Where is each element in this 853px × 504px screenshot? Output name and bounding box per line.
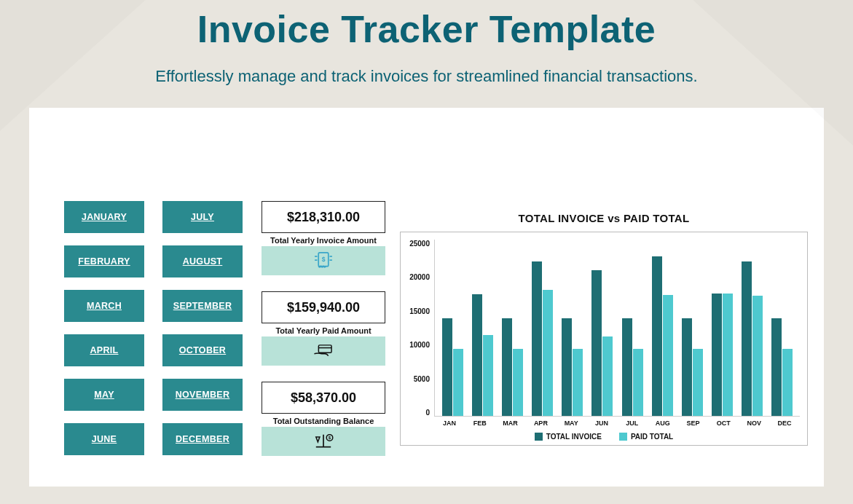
- stat-yearly-invoice-value: $218,310.00: [262, 201, 385, 233]
- receipt-icon: $: [311, 250, 336, 272]
- stat-yearly-paid-label: Total Yearly Paid Amount: [262, 326, 385, 335]
- month-link-may[interactable]: MAY: [64, 379, 144, 411]
- y-tick: 20000: [408, 273, 430, 281]
- bar-paid: [513, 349, 523, 416]
- month-col-2: JULY AUGUST SEPTEMBER OCTOBER NOVEMBER D…: [162, 201, 243, 455]
- x-tick: JUN: [589, 420, 614, 427]
- legend-label-total: TOTAL INVOICE: [546, 433, 602, 441]
- bar-total: [472, 294, 482, 416]
- stat-outstanding-icon-band: $: [262, 427, 385, 456]
- month-link-july[interactable]: JULY: [162, 201, 243, 233]
- month-col-1: JANUARY FEBRUARY MARCH APRIL MAY JUNE: [64, 201, 144, 455]
- x-tick: JAN: [437, 420, 462, 427]
- x-tick: DEC: [772, 420, 797, 427]
- stat-yearly-invoice-icon-band: $: [262, 246, 385, 275]
- month-button-grid: JANUARY FEBRUARY MARCH APRIL MAY JUNE JU…: [64, 143, 243, 455]
- summary-stats: $218,310.00 Total Yearly Invoice Amount …: [262, 143, 385, 456]
- bar-group: [620, 318, 645, 416]
- chart-bars-area: [434, 240, 800, 417]
- bar-group: [769, 318, 794, 416]
- stat-outstanding-label: Total Outstanding Balance: [262, 417, 385, 425]
- bar-paid: [573, 349, 583, 416]
- bar-group: [590, 270, 615, 416]
- bar-group: [500, 318, 525, 416]
- legend-swatch-total: [535, 433, 543, 441]
- month-link-february[interactable]: FEBRUARY: [64, 245, 144, 277]
- x-tick: OCT: [711, 420, 736, 427]
- stat-outstanding-value: $58,370.00: [262, 382, 385, 414]
- month-link-october[interactable]: OCTOBER: [162, 334, 243, 366]
- page-title: Invoice Tracker Template: [29, 7, 824, 51]
- month-link-august[interactable]: AUGUST: [162, 245, 243, 277]
- bar-total: [652, 256, 662, 416]
- month-link-april[interactable]: APRIL: [64, 334, 144, 366]
- chart-title: TOTAL INVOICE vs PAID TOTAL: [519, 212, 690, 224]
- stat-yearly-paid-icon-band: [262, 336, 385, 366]
- stat-yearly-invoice: $218,310.00 Total Yearly Invoice Amount …: [262, 201, 385, 275]
- hero: Invoice Tracker Template Effortlessly ma…: [0, 0, 853, 108]
- stat-yearly-invoice-label: Total Yearly Invoice Amount: [262, 236, 385, 245]
- legend-swatch-paid: [619, 433, 627, 441]
- y-tick: 0: [408, 409, 430, 417]
- page-subtitle: Effortlessly manage and track invoices f…: [29, 67, 824, 86]
- month-link-march[interactable]: MARCH: [64, 290, 144, 322]
- dashboard-panel: JANUARY FEBRUARY MARCH APRIL MAY JUNE JU…: [29, 108, 824, 487]
- bar-total: [682, 318, 692, 416]
- bar-paid: [723, 294, 733, 416]
- y-tick: 15000: [408, 307, 430, 315]
- bar-total: [442, 318, 452, 416]
- bar-total: [742, 261, 752, 416]
- x-tick: NOV: [742, 420, 766, 427]
- bar-total: [712, 294, 722, 416]
- chart-box: 0500010000150002000025000 JANFEBMARAPRMA…: [400, 232, 808, 446]
- x-tick: SEP: [681, 420, 706, 427]
- month-link-january[interactable]: JANUARY: [64, 201, 144, 233]
- month-link-november[interactable]: NOVEMBER: [162, 379, 243, 411]
- bar-paid: [483, 335, 493, 416]
- chart-legend: TOTAL INVOICE PAID TOTAL: [408, 433, 800, 441]
- bar-paid: [633, 349, 643, 416]
- y-tick: 10000: [408, 341, 430, 349]
- bar-total: [591, 270, 602, 416]
- bar-group: [441, 318, 465, 416]
- y-tick: 25000: [408, 240, 430, 248]
- svg-rect-6: [318, 345, 331, 353]
- chart-x-axis: JANFEBMARAPRMAYJUNJULAUGSEPOCTNOVDEC: [408, 420, 800, 427]
- legend-item-paid: PAID TOTAL: [619, 433, 673, 441]
- bar-paid: [752, 296, 763, 416]
- bar-total: [532, 261, 542, 416]
- x-tick: APR: [528, 420, 553, 427]
- bar-group: [650, 256, 675, 416]
- bar-total: [622, 318, 632, 416]
- legend-label-paid: PAID TOTAL: [631, 433, 673, 441]
- x-tick: FEB: [468, 420, 492, 427]
- chart-y-axis: 0500010000150002000025000: [408, 240, 434, 417]
- stat-outstanding: $58,370.00 Total Outstanding Balance $: [262, 382, 385, 456]
- bar-group: [530, 261, 555, 416]
- bar-group: [739, 261, 764, 416]
- stat-yearly-paid-value: $159,940.00: [262, 291, 385, 323]
- x-tick: MAR: [498, 420, 523, 427]
- month-link-june[interactable]: JUNE: [64, 423, 144, 455]
- bar-total: [502, 318, 512, 416]
- x-tick: JUL: [620, 420, 645, 427]
- month-link-september[interactable]: SEPTEMBER: [162, 290, 243, 322]
- scale-dollar-icon: $: [311, 430, 336, 452]
- y-tick: 5000: [408, 375, 430, 383]
- chart-section: TOTAL INVOICE vs PAID TOTAL 050001000015…: [400, 143, 808, 446]
- bar-total: [771, 318, 782, 416]
- chart-plot-area: 0500010000150002000025000: [408, 240, 800, 417]
- bar-total: [562, 318, 572, 416]
- svg-text:$: $: [329, 436, 331, 440]
- bar-paid: [663, 295, 673, 416]
- x-tick: AUG: [650, 420, 675, 427]
- bar-paid: [602, 336, 613, 416]
- bar-paid: [543, 290, 553, 416]
- bar-group: [471, 294, 495, 416]
- bar-paid: [453, 349, 463, 416]
- hand-card-icon: [311, 340, 336, 362]
- x-tick: MAY: [559, 420, 583, 427]
- month-link-december[interactable]: DECEMBER: [162, 423, 243, 455]
- bar-group: [680, 318, 704, 416]
- bar-paid: [782, 349, 793, 416]
